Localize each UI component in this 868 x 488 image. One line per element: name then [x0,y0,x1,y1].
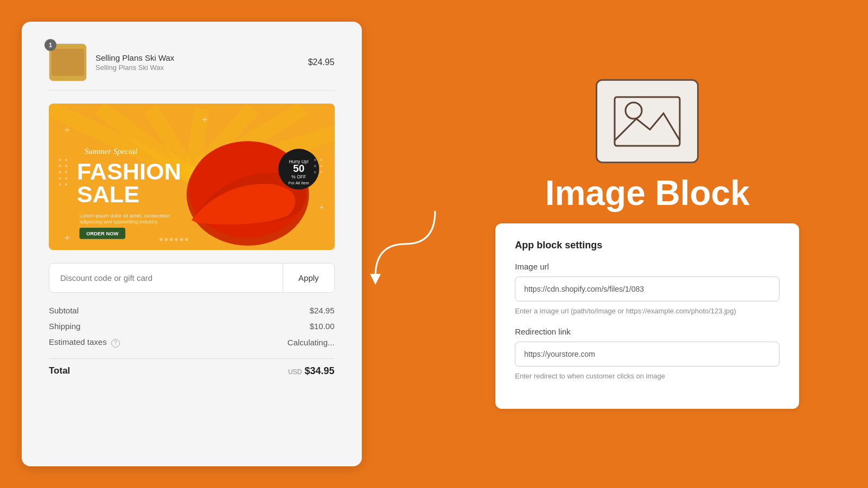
svg-rect-36 [314,165,316,167]
svg-point-47 [185,238,188,241]
svg-text:SALE: SALE [77,181,139,207]
banner-image: Summer Special FASHION SALE Lorem ipsum … [49,104,335,250]
svg-text:+: + [64,232,70,243]
currency-label: USD [288,368,302,376]
svg-text:adipiscing and typesetting ind: adipiscing and typesetting industry. [79,219,158,225]
product-row: 1 Selling Plans Ski Wax Selling Plans Sk… [49,43,335,91]
svg-text:Lorem ipsum dolor sit amet, co: Lorem ipsum dolor sit amet, consectetur [79,213,170,219]
svg-text:% OFF: % OFF [291,174,306,179]
redirect-hint: Enter redirect to when customer clicks o… [515,371,780,382]
svg-point-42 [159,238,163,241]
svg-text:50: 50 [293,163,304,174]
svg-rect-33 [65,177,67,179]
arrow-connector [362,190,449,298]
apply-button[interactable]: Apply [283,264,334,292]
svg-rect-39 [320,165,322,167]
svg-point-45 [175,238,178,241]
svg-text:+: + [64,124,70,136]
product-variant: Selling Plans Ski Wax [95,63,174,72]
svg-rect-40 [320,171,322,174]
taxes-info-icon[interactable]: ? [111,339,120,348]
svg-text:+: + [202,114,208,125]
svg-rect-37 [314,171,316,174]
svg-rect-29 [59,183,61,185]
svg-rect-38 [320,159,322,161]
shipping-row: Shipping $10.00 [49,322,335,331]
svg-point-46 [180,238,183,241]
total-row: Total USD $34.95 [49,358,335,377]
thumbnail-image [52,49,84,76]
svg-rect-25 [59,159,61,161]
image-url-hint: Enter a image url (path/to/image or http… [515,306,780,317]
image-block-icon [596,79,699,163]
shipping-label: Shipping [49,322,80,331]
subtotal-value: $24.95 [310,306,335,315]
discount-input[interactable] [49,264,283,292]
subtotal-label: Subtotal [49,306,79,315]
svg-rect-27 [59,171,61,174]
svg-rect-32 [65,171,67,174]
settings-heading: App block settings [515,240,780,251]
svg-text:ORDER NOW: ORDER NOW [86,230,119,236]
discount-row: Apply [49,263,335,293]
product-info: 1 Selling Plans Ski Wax Selling Plans Sk… [49,43,174,81]
redirect-input[interactable] [515,342,780,367]
total-value: USD $34.95 [288,365,334,377]
total-label: Total [49,365,70,376]
svg-marker-48 [370,274,381,285]
taxes-row: Estimated taxes ? Calculating... [49,337,335,348]
svg-rect-31 [65,165,67,167]
subtotal-row: Subtotal $24.95 [49,306,335,315]
svg-point-44 [170,238,173,241]
product-quantity-badge: 1 [44,39,56,51]
settings-card: App block settings Image url Enter a ima… [495,223,799,409]
taxes-value: Calculating... [288,338,335,347]
svg-rect-28 [59,177,61,179]
svg-point-43 [164,238,168,241]
product-thumbnail-wrapper: 1 [49,43,87,81]
svg-text:Summer Special: Summer Special [85,147,137,156]
product-name: Selling Plans Ski Wax [95,53,174,62]
svg-rect-49 [615,97,680,146]
cart-panel: 1 Selling Plans Ski Wax Selling Plans Sk… [22,22,362,466]
product-price: $24.95 [308,57,335,67]
product-details: Selling Plans Ski Wax Selling Plans Ski … [95,53,174,72]
svg-rect-35 [314,159,316,161]
svg-text:For All Item: For All Item [289,181,309,185]
shipping-value: $10.00 [310,322,335,331]
svg-rect-34 [65,183,67,185]
redirect-label: Redirection link [515,327,780,336]
image-url-input[interactable] [515,277,780,301]
taxes-label: Estimated taxes ? [49,337,120,348]
right-panel: Image Block App block settings Image url… [449,79,846,408]
svg-rect-26 [59,165,61,167]
totals-section: Subtotal $24.95 Shipping $10.00 Estimate… [49,306,335,377]
svg-rect-30 [65,159,67,161]
svg-text:+: + [319,202,324,211]
svg-text:FASHION: FASHION [77,158,181,184]
image-url-label: Image url [515,262,780,271]
page-title: Image Block [545,174,750,212]
